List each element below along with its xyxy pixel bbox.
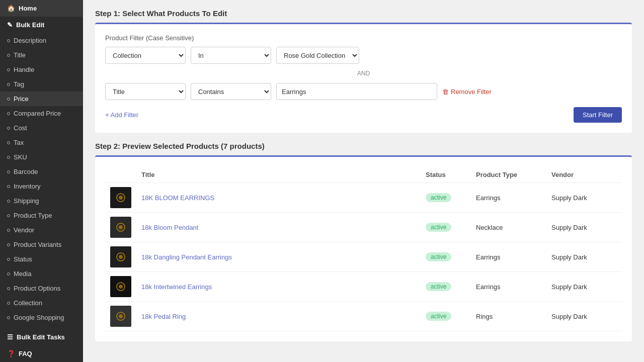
product-table: Title Status Product Type Vendor 18K BLO…: [105, 167, 622, 331]
step1-title: Step 1: Select What Products To Edit: [95, 9, 632, 18]
dot-icon: [7, 185, 10, 188]
dot-icon: [7, 39, 10, 42]
product-title-cell[interactable]: 18k Intertwined Earrings: [136, 272, 421, 302]
sidebar-label-collection: Collection: [14, 299, 42, 307]
sidebar-item-google-shopping[interactable]: Google Shopping: [0, 310, 83, 325]
product-title-link[interactable]: 18K BLOOM EARRINGS: [141, 194, 214, 202]
svg-point-14: [119, 314, 123, 318]
product-title-cell[interactable]: 18k Dangling Pendant Earrings: [136, 242, 421, 272]
col-title: Title: [136, 167, 421, 183]
table-row: 18k Bloom PendantactiveNecklaceSupply Da…: [105, 213, 622, 242]
filter1-operator-select[interactable]: In Not In: [191, 47, 271, 64]
dot-icon: [7, 68, 10, 71]
sidebar-item-price[interactable]: Price: [0, 92, 83, 106]
product-type-cell: Earrings: [471, 272, 546, 302]
filter-actions: + Add Filter Start Filter: [105, 107, 622, 123]
sidebar-item-barcode[interactable]: Barcode: [0, 164, 83, 179]
sidebar-label-media: Media: [14, 270, 31, 278]
product-thumb-cell: [105, 183, 136, 213]
dot-icon: [7, 287, 10, 290]
product-type-cell: Rings: [471, 302, 546, 331]
sidebar-item-bulk-edit-tasks[interactable]: ☰ Bulk Edit Tasks: [0, 329, 83, 345]
trash-icon: 🗑: [442, 88, 449, 96]
sidebar-item-tag[interactable]: Tag: [0, 77, 83, 92]
product-type-cell: Necklace: [471, 213, 546, 242]
sidebar-item-home[interactable]: 🏠 Home: [0, 0, 83, 17]
product-type-cell: Earrings: [471, 183, 546, 213]
product-title-link[interactable]: 18k Pedal Ring: [141, 313, 186, 320]
product-vendor-cell: Supply Dark: [546, 213, 622, 242]
product-title-cell[interactable]: 18k Pedal Ring: [136, 302, 421, 331]
product-title-link[interactable]: 18k Bloom Pendant: [141, 224, 198, 231]
svg-point-11: [119, 285, 123, 289]
sidebar-label-product-variants: Product Variants: [14, 241, 61, 248]
sidebar-label-status: Status: [14, 255, 32, 263]
dot-icon: [7, 141, 10, 144]
product-vendor-cell: Supply Dark: [546, 242, 622, 272]
filter2-value-input[interactable]: [276, 83, 437, 100]
tasks-icon: ☰: [7, 333, 13, 341]
filter-row-2: Collection Title Handle Tag Price Contai…: [105, 83, 622, 100]
sidebar-label-barcode: Barcode: [14, 168, 38, 175]
faq-icon: ❓: [7, 350, 15, 357]
sidebar-item-status[interactable]: Status: [0, 252, 83, 266]
product-status-cell: active: [421, 302, 471, 331]
sidebar-item-product-variants[interactable]: Product Variants: [0, 237, 83, 252]
dot-icon: [7, 243, 10, 246]
table-header-row: Title Status Product Type Vendor: [105, 167, 622, 183]
step2-title: Step 2: Preview Selected Products (7 pro…: [95, 142, 632, 150]
sidebar-label-sku: SKU: [14, 153, 27, 161]
product-title-cell[interactable]: 18K BLOOM EARRINGS: [136, 183, 421, 213]
filter-card: Product Filter (Case Sensitive) Collecti…: [95, 23, 632, 133]
sidebar-label-cost: Cost: [14, 124, 27, 132]
add-filter-button[interactable]: + Add Filter: [105, 111, 138, 119]
dot-icon: [7, 200, 10, 203]
sidebar-item-product-options[interactable]: Product Options: [0, 281, 83, 296]
filter1-field-select[interactable]: Collection Title Handle Tag Price: [105, 47, 186, 64]
sidebar-label-tag: Tag: [14, 80, 24, 88]
dot-icon: [7, 229, 10, 232]
product-thumb-cell: [105, 272, 136, 302]
status-badge: active: [426, 223, 451, 232]
sidebar-label-home: Home: [19, 5, 37, 12]
remove-filter-button[interactable]: 🗑 Remove Filter: [442, 88, 492, 96]
sidebar-item-vendor[interactable]: Vendor: [0, 223, 83, 237]
sidebar-item-faq[interactable]: ❓ FAQ: [0, 345, 83, 362]
filter2-field-select[interactable]: Collection Title Handle Tag Price: [105, 83, 186, 100]
sidebar-item-media[interactable]: Media: [0, 266, 83, 281]
preview-card: Title Status Product Type Vendor 18K BLO…: [95, 155, 632, 341]
sidebar-item-title[interactable]: Title: [0, 48, 83, 62]
product-thumb-cell: [105, 242, 136, 272]
sidebar-item-tax[interactable]: Tax: [0, 135, 83, 150]
sidebar-item-sku[interactable]: SKU: [0, 150, 83, 164]
dot-icon: [7, 98, 10, 101]
home-icon: 🏠: [7, 5, 15, 12]
main-content: Step 1: Select What Products To Edit Pro…: [83, 0, 644, 362]
sidebar-item-description[interactable]: Description: [0, 33, 83, 48]
product-vendor-cell: Supply Dark: [546, 272, 622, 302]
product-title-cell[interactable]: 18k Bloom Pendant: [136, 213, 421, 242]
product-type-cell: Earrings: [471, 242, 546, 272]
product-title-link[interactable]: 18k Dangling Pendant Earrings: [141, 253, 232, 261]
product-thumb-cell: [105, 213, 136, 242]
sidebar-label-price: Price: [14, 95, 29, 103]
sidebar-label-faq: FAQ: [19, 350, 32, 357]
start-filter-button[interactable]: Start Filter: [574, 107, 622, 123]
filter2-operator-select[interactable]: Contains Does Not Contain Starts With En…: [191, 83, 271, 100]
sidebar-item-compared-price[interactable]: Compared Price: [0, 106, 83, 121]
sidebar-item-product-type[interactable]: Product Type: [0, 208, 83, 223]
sidebar-label-bulk-edit: Bulk Edit: [16, 21, 44, 29]
dot-icon: [7, 156, 10, 159]
dot-icon: [7, 112, 10, 115]
dot-icon: [7, 258, 10, 261]
sidebar-item-cost[interactable]: Cost: [0, 121, 83, 135]
sidebar-item-shipping[interactable]: Shipping: [0, 194, 83, 208]
sidebar-item-inventory[interactable]: Inventory: [0, 179, 83, 194]
sidebar-item-handle[interactable]: Handle: [0, 62, 83, 77]
product-title-link[interactable]: 18k Intertwined Earrings: [141, 283, 212, 291]
sidebar-item-bulk-edit[interactable]: ✎ Bulk Edit: [0, 17, 83, 33]
filter1-value-select[interactable]: Rose Gold Collection: [276, 47, 359, 64]
sidebar-item-collection[interactable]: Collection: [0, 296, 83, 310]
table-row: 18k Intertwined EarringsactiveEarringsSu…: [105, 272, 622, 302]
dot-icon: [7, 127, 10, 130]
